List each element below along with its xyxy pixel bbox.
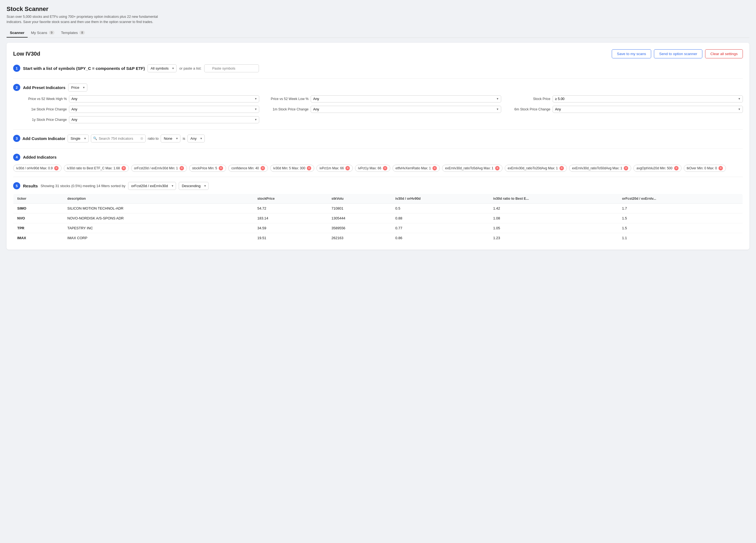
search-clear-icon[interactable]: ⊗ [140, 136, 143, 140]
preset-select[interactable]: Price [68, 84, 87, 91]
indicator-row-3: 1w Stock Price Change Any ▼ [23, 106, 259, 113]
tag-label-8: etflvHvXernRatio Max: 1 [396, 166, 431, 170]
table-row-0: SIMO SILICON MOTION TECHNOL-ADR 54.72 71… [13, 203, 743, 213]
tag-close-10[interactable]: ✕ [559, 166, 564, 170]
step1-section: 1 Start with a list of symbols (SPY_C = … [13, 64, 743, 72]
tag-13: tkOver Min: 0 Max: 0 ✕ [684, 165, 726, 172]
save-to-scans-button[interactable]: Save to my scans [612, 49, 651, 58]
tag-3: stockPrice Min: 5 ✕ [189, 165, 226, 172]
tag-close-11[interactable]: ✕ [624, 166, 628, 170]
clear-all-settings-button[interactable]: Clear all settings [705, 49, 743, 58]
price-2: 34.59 [253, 223, 328, 233]
scan-title: Low IV30d [13, 51, 40, 57]
tag-9: exErnIv30d_ratioTo5dAvg Max: 1 ✕ [442, 165, 503, 172]
tag-label-0: iv30d / orHv90d Max: 0.9 [16, 166, 53, 170]
indicator-select-2[interactable]: ≥ 5.00 [553, 95, 743, 102]
indicators-grid-container: Price vs 52 Week High % Any ▼ Price vs 5… [23, 95, 743, 123]
tag-close-2[interactable]: ✕ [180, 166, 184, 170]
desc-0: SILICON MOTION TECHNOL-ADR [64, 203, 253, 213]
indicator-label-2: Stock Price [507, 97, 550, 101]
tag-5: iv30d Min: 5 Max: 300 ✕ [270, 165, 314, 172]
paste-input[interactable] [204, 64, 259, 72]
indicator-select-0[interactable]: Any [69, 95, 259, 102]
scan-actions: Save to my scans Send to option scanner … [612, 49, 743, 58]
tag-label-4: confidence Min: 40 [231, 166, 259, 170]
col-orfcst20d: orFcst20d / exErnIv... [618, 194, 743, 203]
tag-0: iv30d / orHv90d Max: 0.9 ✕ [13, 165, 62, 172]
indicator-select-4[interactable]: Any [311, 106, 501, 113]
tab-templates[interactable]: Templates 8 [58, 28, 88, 38]
tag-close-8[interactable]: ✕ [432, 166, 437, 170]
tag-close-0[interactable]: ✕ [54, 166, 59, 170]
step5-section: 5 Results Showing 31 stocks (0.5%) meeti… [13, 182, 743, 243]
indicator-select-1[interactable]: Any [311, 95, 501, 102]
orfcst-3: 1.1 [618, 233, 743, 243]
indicator-search-input[interactable] [91, 134, 146, 142]
tab-my-scans[interactable]: My Scans 9 [28, 28, 57, 38]
step2-badge: 2 [13, 84, 20, 91]
tag-close-3[interactable]: ✕ [219, 166, 223, 170]
tag-close-6[interactable]: ✕ [345, 166, 350, 170]
volu-0: 710801 [328, 203, 391, 213]
step2-label: Add Preset Indicators [23, 85, 65, 90]
tag-close-1[interactable]: ✕ [122, 166, 126, 170]
is-select[interactable]: Any [187, 134, 205, 142]
step1-row: 1 Start with a list of symbols (SPY_C = … [13, 64, 743, 72]
desc-2: TAPESTRY INC [64, 223, 253, 233]
tags-container: iv30d / orHv90d Max: 0.9 ✕ iv30d ratio t… [13, 165, 743, 172]
indicator-select-5[interactable]: Any [553, 106, 743, 113]
price-3: 19.51 [253, 233, 328, 243]
indicator-label-0: Price vs 52 Week High % [23, 97, 67, 101]
results-info: Showing 31 stocks (0.5%) meeting 14 filt… [41, 184, 125, 188]
sort-dir-select[interactable]: Descending [179, 182, 209, 190]
indicator-select-wrap-6: Any ▼ [69, 116, 259, 123]
indicator-label-4: 1m Stock Price Change [265, 107, 308, 111]
page: Stock Scanner Scan over 5,000 stocks and… [0, 0, 756, 543]
indicator-row-6: 1y Stock Price Change Any ▼ [23, 116, 259, 123]
ratio-2: 1.05 [489, 223, 618, 233]
tag-close-13[interactable]: ✕ [719, 166, 723, 170]
ratio-select[interactable]: None [161, 134, 180, 142]
send-to-scanner-button[interactable]: Send to option scanner [654, 49, 702, 58]
price-0: 54.72 [253, 203, 328, 213]
tag-close-7[interactable]: ✕ [383, 166, 387, 170]
tag-label-9: exErnIv30d_ratioTo5dAvg Max: 1 [445, 166, 494, 170]
indicator-select-3[interactable]: Any [69, 106, 259, 113]
step4-section: 4 Added Indicators iv30d / orHv90d Max: … [13, 154, 743, 172]
indicator-select-6[interactable]: Any [69, 116, 259, 123]
indicators-grid: Price vs 52 Week High % Any ▼ Price vs 5… [23, 95, 743, 123]
results-table-body: SIMO SILICON MOTION TECHNOL-ADR 54.72 71… [13, 203, 743, 243]
indicator-row-5: 6m Stock Price Change Any ▼ [507, 106, 743, 113]
tag-label-6: ivPct1m Max: 66 [319, 166, 344, 170]
indicator-row-4: 1m Stock Price Change Any ▼ [265, 106, 501, 113]
tag-close-4[interactable]: ✕ [261, 166, 265, 170]
step1-badge: 1 [13, 65, 20, 72]
step3-label: Add Custom Indicator [22, 136, 65, 141]
sort-field-select-wrap: orFcst20d / exErnIv30d ▼ [128, 182, 176, 190]
indicator-label-5: 6m Stock Price Change [507, 107, 550, 111]
symbol-select[interactable]: All symbols [148, 64, 177, 72]
tag-label-5: iv30d Min: 5 Max: 300 [273, 166, 305, 170]
step4-badge: 4 [13, 154, 20, 161]
col-iv30d-orhv90d: iv30d / orHv90d [391, 194, 489, 203]
tab-scanner[interactable]: Scanner [7, 28, 28, 38]
tag-close-5[interactable]: ✕ [307, 166, 311, 170]
or-text: or paste a list: [179, 66, 201, 70]
volu-1: 1305444 [328, 213, 391, 223]
iv30d-2: 0.77 [391, 223, 489, 233]
table-row-2: TPR TAPESTRY INC 34.59 3589556 0.77 1.05… [13, 223, 743, 233]
indicator-label-6: 1y Stock Price Change [23, 118, 67, 122]
results-table-header-row: ticker description stockPrice stkVolu iv… [13, 194, 743, 203]
tag-close-9[interactable]: ✕ [495, 166, 500, 170]
sort-field-select[interactable]: orFcst20d / exErnIv30d [128, 182, 176, 190]
step5-label: Results [23, 183, 38, 188]
indicator-label-1: Price vs 52 Week Low % [265, 97, 308, 101]
ticker-2: TPR [13, 223, 64, 233]
price-1: 183.14 [253, 213, 328, 223]
iv30d-0: 0.5 [391, 203, 489, 213]
main-card: Low IV30d Save to my scans Send to optio… [7, 43, 749, 249]
mode-select[interactable]: Single [68, 134, 89, 142]
search-icon: 🔍 [93, 136, 97, 140]
table-row-1: NVO NOVO-NORDISK A/S-SPONS ADR 183.14 13… [13, 213, 743, 223]
tag-close-12[interactable]: ✕ [674, 166, 679, 170]
